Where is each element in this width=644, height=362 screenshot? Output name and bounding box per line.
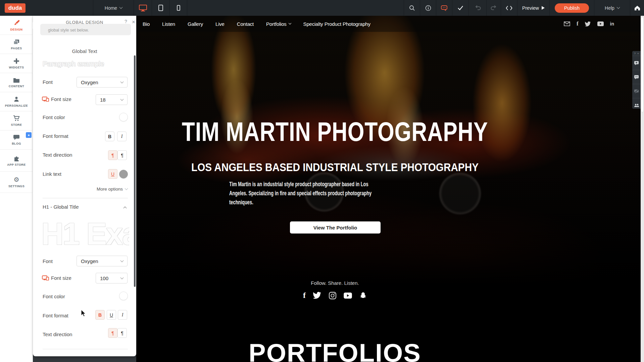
search-button[interactable] xyxy=(404,0,420,16)
mouse-cursor xyxy=(81,309,87,317)
facebook-icon[interactable]: f xyxy=(577,20,579,27)
nav-item-contact[interactable]: Contact xyxy=(237,21,254,27)
publish-button[interactable]: Publish xyxy=(555,3,589,13)
device-desktop-button[interactable] xyxy=(134,0,152,16)
instagram-icon[interactable] xyxy=(329,292,336,299)
h1-bold-button[interactable]: B xyxy=(95,310,105,320)
page-selector[interactable]: Home xyxy=(93,0,134,16)
h1-font-format-label: Font format xyxy=(43,313,68,318)
font-color-swatch[interactable] xyxy=(119,113,128,121)
panel-help-button[interactable]: ? xyxy=(123,19,129,24)
sidebar-item-label: PERSONALIZE xyxy=(5,104,28,107)
text-direction-rtl-button[interactable]: ¶ xyxy=(117,150,127,160)
nav-item-bio[interactable]: Bio xyxy=(143,21,150,27)
tools-close-button[interactable]: × xyxy=(637,52,639,55)
email-icon[interactable] xyxy=(564,21,570,26)
sidebar-item-pages[interactable]: PAGES xyxy=(0,35,33,54)
dev-mode-button[interactable] xyxy=(501,0,517,16)
snapchat-icon[interactable] xyxy=(359,292,367,299)
link-color-swatch[interactable] xyxy=(119,170,128,178)
site-preview-canvas[interactable]: Bio Listen Gallery Live Contact Portfoli… xyxy=(136,16,641,362)
tools-help-button[interactable]: ? xyxy=(634,52,635,55)
h1-font-size-select[interactable]: 100 xyxy=(96,273,128,283)
sidebar-item-settings[interactable]: ⚙ SETTINGS xyxy=(0,172,33,193)
collaborators-button[interactable] xyxy=(632,98,641,112)
collapse-chevron-up-icon[interactable] xyxy=(123,207,127,210)
font-size-value: 18 xyxy=(100,97,106,103)
site-scrollbar-thumb[interactable] xyxy=(641,17,644,112)
h1-preview-text: H1 Exa xyxy=(41,216,129,253)
device-mobile-button[interactable] xyxy=(169,0,187,16)
responsive-devices-icon xyxy=(42,275,49,280)
twitter-icon[interactable] xyxy=(313,292,321,299)
youtube-icon[interactable] xyxy=(344,293,352,299)
font-select[interactable]: Oxygen xyxy=(77,77,128,88)
bold-button[interactable]: B xyxy=(105,132,114,141)
help-label: Help xyxy=(605,5,614,11)
panel-close-button[interactable]: × xyxy=(131,19,137,25)
panel-scrollbar[interactable] xyxy=(134,55,136,287)
sidebar-item-widgets[interactable]: WIDGETS xyxy=(0,54,33,73)
youtube-icon[interactable] xyxy=(597,21,604,26)
add-comment-button[interactable] xyxy=(632,56,641,70)
nav-item-portfolios[interactable]: Portfolios xyxy=(266,21,291,27)
sidebar-item-content[interactable]: CONTENT xyxy=(0,73,33,92)
h1-italic-button[interactable]: I xyxy=(118,310,127,320)
facebook-icon[interactable]: f xyxy=(303,291,306,300)
more-options-link[interactable]: More options xyxy=(97,187,128,192)
h1-font-color-label: Font color xyxy=(43,294,65,299)
chevron-down-icon xyxy=(616,6,620,9)
editor-sidebar: DESIGN PAGES WIDGETS CONTENT PERSONALIZE… xyxy=(0,16,33,362)
feedback-chat-icon xyxy=(441,5,448,11)
h1-underline-button[interactable]: U xyxy=(107,310,116,320)
nav-item-live[interactable]: Live xyxy=(215,21,225,27)
h1-font-color-swatch[interactable] xyxy=(119,292,128,300)
hero-section: TIM MARTIN PHOTOGRAPHY LOS ANGELES BASED… xyxy=(136,16,534,362)
sidebar-item-app-store[interactable]: APP STORE xyxy=(0,150,33,172)
help-menu[interactable]: Help xyxy=(594,0,630,16)
sidebar-item-design[interactable]: DESIGN xyxy=(0,16,33,35)
hero-description: Tim Martin is an industrial style produc… xyxy=(229,179,381,207)
pilcrow-ltr-icon: ¶ xyxy=(111,330,114,336)
nav-item-gallery[interactable]: Gallery xyxy=(188,21,203,27)
pilcrow-rtl-icon: ¶ xyxy=(121,330,123,336)
save-check-button[interactable] xyxy=(452,0,468,16)
social-heading: Follow. Share. Listen. xyxy=(136,280,534,286)
h1-text-direction-rtl-button[interactable]: ¶ xyxy=(117,328,127,338)
font-format-label: Font format xyxy=(43,133,68,139)
h1-font-select[interactable]: Oxygen xyxy=(77,256,128,266)
linkedin-icon[interactable]: in xyxy=(610,21,614,27)
sidebar-item-label: STORE xyxy=(11,123,22,126)
comments-icon xyxy=(634,75,639,80)
nav-item-listen[interactable]: Listen xyxy=(162,21,175,27)
redo-button[interactable] xyxy=(486,0,501,16)
text-direction-ltr-button[interactable]: ¶ xyxy=(108,150,117,160)
site-scrollbar[interactable] xyxy=(641,16,644,362)
h1-text-direction-ltr-button[interactable]: ¶ xyxy=(108,328,117,338)
people-icon xyxy=(634,103,639,107)
plus-icon xyxy=(13,58,19,64)
global-text-heading: Global Text xyxy=(33,48,136,54)
font-size-label: Font size xyxy=(51,96,71,102)
sidebar-item-store[interactable]: STORE xyxy=(0,111,33,131)
twitter-icon[interactable] xyxy=(585,21,591,27)
sidebar-item-personalize[interactable]: PERSONALIZE xyxy=(0,92,33,111)
nav-item-specialty[interactable]: Specialty Product Photography xyxy=(303,21,370,27)
page-selector-label: Home xyxy=(105,5,117,11)
info-button[interactable] xyxy=(420,0,436,16)
hide-comments-button[interactable] xyxy=(632,84,641,98)
link-underline-button[interactable]: U xyxy=(108,169,117,179)
view-portfolio-button[interactable]: View The Portfolio xyxy=(290,221,381,234)
panel-notice-text: global style set below. xyxy=(48,28,89,33)
dashboard-home-button[interactable] xyxy=(630,0,644,16)
portfolios-section-title: PORTFOLIOS xyxy=(136,338,534,362)
device-tablet-button[interactable] xyxy=(152,0,169,16)
feedback-button[interactable] xyxy=(436,0,452,16)
italic-button[interactable]: I xyxy=(117,132,127,141)
nav-item-label: Portfolios xyxy=(266,21,287,27)
comments-button[interactable] xyxy=(632,70,641,84)
font-size-select[interactable]: 18 xyxy=(96,94,128,105)
preview-button[interactable]: Preview xyxy=(517,0,549,16)
code-icon xyxy=(506,5,512,11)
undo-button[interactable] xyxy=(468,0,486,16)
